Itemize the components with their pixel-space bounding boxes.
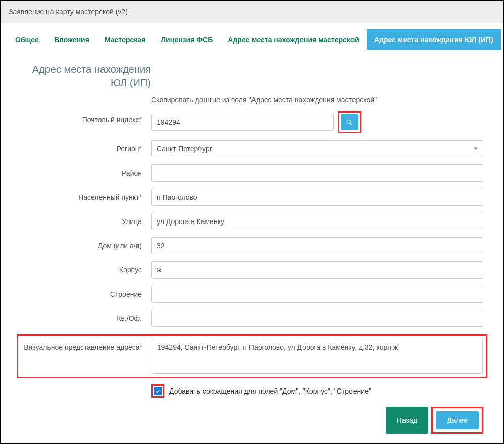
district-input[interactable] bbox=[151, 164, 483, 182]
window-title: Заявление на карту мастерской (v2) bbox=[1, 1, 503, 23]
next-button-highlight: Далее bbox=[431, 407, 483, 434]
region-select[interactable]: Санкт-Петербург bbox=[151, 140, 483, 157]
section-title: Адрес места нахождения ЮЛ (ИП) bbox=[21, 63, 151, 90]
abbrev-checkbox-label[interactable]: Добавить сокращения для полей "Дом", "Ко… bbox=[169, 387, 371, 395]
svg-point-0 bbox=[347, 120, 350, 123]
svg-line-1 bbox=[350, 123, 352, 125]
building-input[interactable] bbox=[151, 286, 483, 303]
search-highlight bbox=[338, 111, 361, 133]
korpus-label: Корпус bbox=[21, 261, 151, 274]
tab-workshop[interactable]: Мастерская bbox=[97, 29, 153, 50]
check-icon bbox=[155, 388, 160, 394]
flat-label: Кв./Оф. bbox=[21, 310, 151, 322]
chevron-down-icon bbox=[474, 148, 478, 150]
locality-label: Населённый пункт* bbox=[21, 189, 151, 201]
next-button[interactable]: Далее bbox=[436, 411, 479, 429]
tab-address-workshop[interactable]: Адрес места нахождения мастерской bbox=[220, 29, 367, 50]
tab-general[interactable]: Общее bbox=[8, 29, 46, 50]
postal-input[interactable] bbox=[151, 114, 334, 131]
street-input[interactable] bbox=[151, 213, 483, 230]
district-label: Район bbox=[21, 164, 151, 177]
tab-address-legal[interactable]: Адрес места нахождения ЮЛ (ИП) bbox=[367, 29, 501, 50]
tab-license-fsb[interactable]: Лицензия ФСБ bbox=[153, 29, 220, 50]
locality-input[interactable] bbox=[151, 189, 483, 206]
search-button[interactable] bbox=[341, 114, 358, 130]
checkbox-highlight bbox=[151, 384, 164, 398]
visual-address-highlight: Визуальное представление адреса* bbox=[17, 334, 487, 378]
tab-attachments[interactable]: Вложения bbox=[46, 29, 97, 50]
region-label: Регион* bbox=[21, 140, 151, 153]
house-label: Дом (или а/я) bbox=[21, 237, 151, 250]
building-label: Строение bbox=[21, 286, 151, 298]
tab-director[interactable]: Руководитель bbox=[501, 29, 504, 50]
tab-bar: Общее Вложения Мастерская Лицензия ФСБ А… bbox=[1, 23, 503, 50]
search-icon bbox=[346, 119, 353, 126]
house-input[interactable] bbox=[151, 237, 483, 254]
street-label: Улица bbox=[21, 213, 151, 226]
visual-label: Визуальное представление адреса* bbox=[21, 339, 152, 351]
back-button[interactable]: Назад bbox=[386, 407, 428, 434]
korpus-input[interactable] bbox=[151, 261, 483, 279]
visual-address-textarea[interactable] bbox=[152, 339, 483, 374]
postal-label: Почтовый индекс* bbox=[21, 111, 151, 124]
flat-input[interactable] bbox=[151, 310, 483, 327]
copy-hint-link[interactable]: Скопировать данные из поля "Адрес места … bbox=[151, 96, 377, 104]
abbrev-checkbox[interactable] bbox=[154, 387, 162, 395]
